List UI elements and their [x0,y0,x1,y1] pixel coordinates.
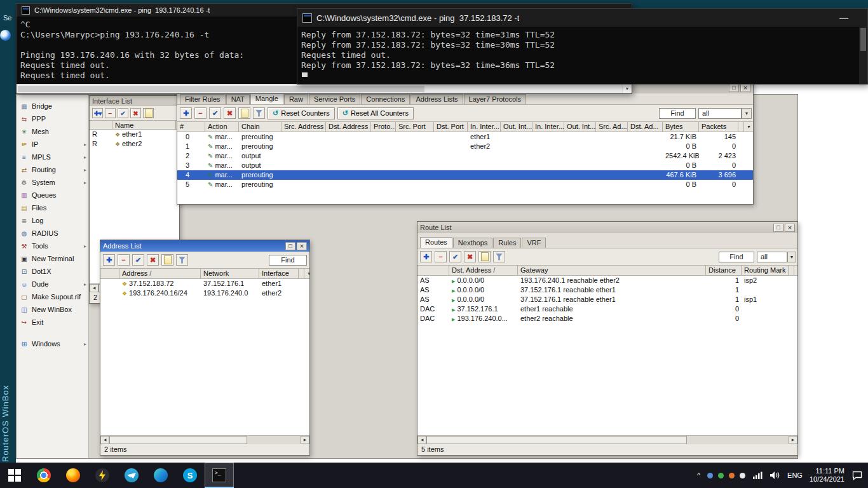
comment-icon[interactable] [161,254,173,266]
route-row[interactable]: DAC193.176.240.0...ether2 reachable0 [417,314,797,323]
route-row[interactable]: AS0.0.0.0/037.152.176.1 reachable ether1… [417,285,797,295]
mangle-rule-row[interactable]: 3mar...output0 B0 [177,161,753,170]
tab-rules[interactable]: Rules [493,238,521,248]
remove-icon[interactable]: − [435,251,447,262]
column-header-proto[interactable]: Proto... [371,122,396,132]
route-list-close-icon[interactable] [785,224,795,232]
address-row[interactable]: 193.176.240.16/24193.176.240.0ether2 [100,288,309,298]
remove-icon[interactable]: − [118,254,130,266]
taskbar-button-cmd[interactable] [205,463,234,488]
sidebar-item-bridge[interactable]: ▦Bridge [17,100,88,112]
volume-icon[interactable] [770,471,780,480]
scroll-down-icon[interactable] [622,85,632,93]
column-header-dst-address[interactable]: Dst. Address [326,122,371,132]
sidebar-item-make-supout-rif[interactable]: ▢Make Supout.rif [17,290,88,303]
enable-icon[interactable]: ✔ [449,251,461,262]
route-filter-dropdown-arrow-icon[interactable] [787,252,796,262]
mangle-rule-row[interactable]: 0mar...preroutingether121.7 KiB145 [177,132,753,142]
add-dropdown-icon[interactable]: ✚▾ [92,108,103,118]
column-header-routing-mark[interactable]: Routing Mark [742,266,789,275]
tab-connections[interactable]: Connections [361,94,410,104]
sidebar-item-mpls[interactable]: ≡MPLS [17,151,88,163]
cmd-front-vscrollbar[interactable] [859,27,867,84]
column-header-src-port[interactable]: Src. Port [396,122,434,132]
filter-icon[interactable] [176,254,188,266]
comment-icon[interactable] [143,108,154,118]
filter-icon[interactable] [253,107,265,119]
taskbar-button-skype[interactable] [175,463,205,488]
column-select-icon[interactable] [794,266,798,275]
sidebar-item-radius[interactable]: ◍RADIUS [17,227,88,240]
tab-raw[interactable]: Raw [284,94,308,104]
sidebar-item-dude[interactable]: ☺Dude [17,278,88,290]
scroll-left-icon[interactable] [417,436,426,444]
address-list-restore-icon[interactable] [285,242,295,250]
firewall-restore-icon[interactable] [729,84,739,92]
sidebar-item-ppp[interactable]: ⇆PPP [17,112,88,125]
route-find-button[interactable]: Find [719,252,754,262]
tab-service-ports[interactable]: Service Ports [309,94,360,104]
sidebar-item-ip[interactable]: IPIP [17,138,88,151]
route-row[interactable]: AS0.0.0.0/0193.176.240.1 reachable ether… [417,276,797,285]
tray-app1-icon[interactable] [707,473,713,478]
column-header-[interactable]: # [177,122,205,132]
tab-mangle[interactable]: Mangle [250,93,283,104]
mangle-rule-row[interactable]: 2mar...output2542.4 KiB2 423 [177,151,753,161]
cmd-front-titlebar[interactable]: C:\Windows\system32\cmd.exe - ping 37.15… [297,9,867,27]
sidebar-item-log[interactable]: ≣Log [17,214,88,227]
column-header-name[interactable]: Name [112,121,176,129]
column-header-src-ad[interactable]: Src. Ad... [596,122,628,132]
address-find-button[interactable]: Find [269,255,307,266]
address-list-hscrollbar[interactable] [100,435,309,444]
taskbar-button-lightning-app[interactable] [88,463,117,488]
comment-icon[interactable] [238,107,250,119]
column-header-gateway[interactable]: Gateway [518,266,706,275]
find-button[interactable]: Find [659,108,696,119]
sidebar-item-routing[interactable]: ⇄Routing [17,163,88,176]
sidebar-item-system[interactable]: ⚙System [17,176,88,189]
taskbar-button-firefox[interactable] [58,463,88,488]
column-header-interface[interactable]: Interface [259,269,299,278]
disable-icon[interactable]: ✖ [224,107,236,119]
language-indicator[interactable]: ENG [787,471,803,479]
tray-app2-icon[interactable] [718,473,724,478]
scrollbar-track[interactable] [426,436,789,444]
mangle-rule-row[interactable]: 5mar...prerouting0 B0 [177,180,753,189]
sidebar-item-new-terminal[interactable]: ▣New Terminal [17,252,88,265]
tab-layer7-protocols[interactable]: Layer7 Protocols [464,94,527,104]
sidebar-item-tools[interactable]: ⚒Tools [17,240,88,252]
scroll-right-icon[interactable] [301,436,309,444]
column-header-network[interactable]: Network [201,269,259,278]
add-icon[interactable]: ✚ [420,251,432,262]
address-list-close-icon[interactable] [297,242,307,250]
tab-nat[interactable]: NAT [226,94,250,104]
interface-row[interactable]: Rether1 [90,130,179,139]
interface-row[interactable]: Rether2 [90,139,179,149]
column-header-dst-port[interactable]: Dst. Port [434,122,468,132]
column-select-icon[interactable] [304,269,310,278]
add-icon[interactable]: ✚ [103,254,115,266]
column-header-in-inter[interactable]: In. Inter... [468,122,501,132]
route-row[interactable]: DAC37.152.176.1ether1 reachable0 [417,304,797,314]
add-icon[interactable]: ✚ [180,107,192,119]
interface-list-titlebar[interactable]: Interface List [90,96,179,106]
scrollbar-thumb[interactable] [426,436,687,444]
column-header-src-address[interactable]: Src. Address [281,122,326,132]
network-icon[interactable] [752,471,763,480]
route-list-titlebar[interactable]: Route List [417,222,797,233]
column-header-flags[interactable] [417,266,449,275]
tab-routes[interactable]: Routes [420,237,452,248]
enable-icon[interactable]: ✔ [118,108,128,118]
comment-icon[interactable] [478,251,491,262]
sidebar-item-exit[interactable]: ↪Exit [17,316,88,329]
column-header-out-int[interactable]: Out. Int... [501,122,532,132]
hidden-icons-chevron-icon[interactable] [697,471,700,479]
column-header-dst-ad[interactable]: Dst. Ad... [628,122,663,132]
column-header-action[interactable]: Action [205,122,239,132]
reset-counters-button[interactable]: Reset Counters [268,107,335,119]
scrollbar-thumb[interactable] [109,436,247,444]
reset-all-counters-button[interactable]: Reset All Counters [337,107,414,119]
sidebar-item-windows[interactable]: ⊞Windows [17,337,88,350]
taskbar-button-start[interactable] [0,463,29,488]
enable-icon[interactable]: ✔ [209,107,221,119]
